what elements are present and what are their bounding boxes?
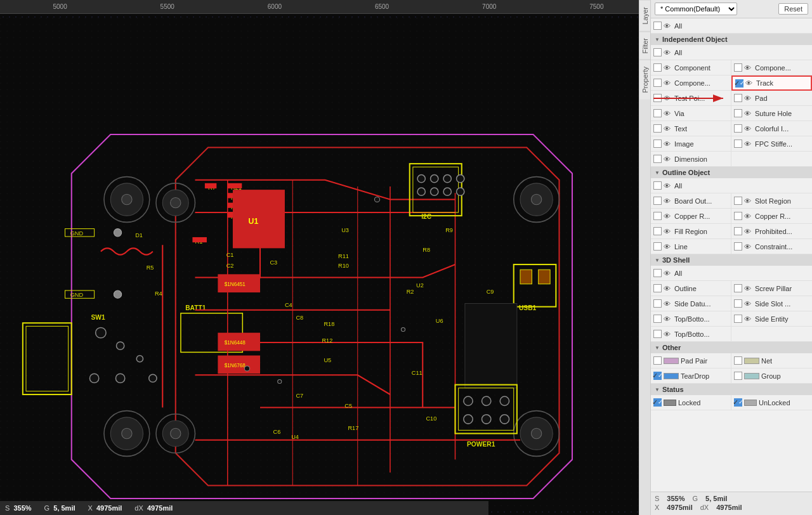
tab-layer[interactable]: Layer [639,0,650,31]
eye-constraint[interactable]: 👁 [744,243,753,251]
eye-copperr-l[interactable]: 👁 [664,212,672,220]
cb-prohibited[interactable] [734,227,742,235]
cb-boardout[interactable] [653,197,662,205]
cb-component-r[interactable] [734,63,742,72]
cb-constraint[interactable] [734,242,742,251]
eye-track[interactable]: 👁 [745,79,754,87]
cb-dimension[interactable] [653,155,662,163]
eye-slotreg[interactable]: 👁 [744,197,753,205]
cb-sideslot[interactable] [734,299,742,308]
cb-group[interactable] [734,372,742,380]
cb-line[interactable] [653,242,662,251]
cb-shell-all[interactable] [653,269,662,277]
pcb-canvas-area[interactable]: 5000 5500 6000 6500 7000 7500 [0,0,650,515]
label-track: Track [756,79,773,87]
eye-copperr-r[interactable]: 👁 [744,212,753,220]
cb-colorful[interactable] [734,124,742,133]
tab-property[interactable]: Property [639,60,650,100]
eye-boardout[interactable]: 👁 [664,197,672,205]
cb-text[interactable] [653,124,662,133]
eye-top-all[interactable]: 👁 [664,22,672,30]
cb-sideentity[interactable] [734,315,742,323]
label-component-r: Compone... [755,64,791,72]
cb-track[interactable]: ✓ [735,79,743,88]
section-status[interactable]: Status [651,384,812,395]
cb-fpc[interactable] [734,140,742,148]
section-other[interactable]: Other [651,342,812,353]
status-g: G 5, 5mil [44,504,75,512]
pcb-canvas[interactable]: GND GND SW1 R5 BATT1 [0,14,650,515]
svg-text:$1N6768: $1N6768 [225,363,246,368]
section-3dshell[interactable]: 3D Shell [651,254,812,266]
eye-dimension[interactable]: 👁 [664,155,672,163]
eye-component-l[interactable]: 👁 [664,64,672,72]
eye-colorful[interactable]: 👁 [744,125,753,133]
eye-component-r[interactable]: 👁 [744,64,753,72]
eye-pad[interactable]: 👁 [744,95,753,102]
eye-outline-all[interactable]: 👁 [664,182,672,190]
cb-pad[interactable] [734,94,742,102]
eye-image[interactable]: 👁 [664,140,672,148]
eye-sidedatum[interactable]: 👁 [664,300,672,308]
svg-text:C8: C8 [296,315,303,321]
cb-topbottom2[interactable] [653,330,662,338]
cb-teardrop[interactable]: ✓ [653,372,662,380]
eye-compone-l2[interactable]: 👁 [664,79,672,87]
eye-testpoint[interactable]: 👁 [664,95,672,102]
eye-topbottom2[interactable]: 👁 [664,330,672,338]
grid-item-sidedatum: 👁 Side Datu... [651,296,731,311]
preset-select[interactable]: * Common(Default) [655,3,737,15]
cb-testpoint[interactable] [653,94,662,102]
section-outline[interactable]: Outline Object [651,167,812,178]
cb-compone-l2[interactable] [653,79,662,87]
eye-fillreg[interactable]: 👁 [664,228,672,235]
eye-suture[interactable]: 👁 [744,110,753,117]
cb-topbottom1[interactable] [653,315,662,323]
cb-locked[interactable]: ✓ [653,398,662,407]
eye-via[interactable]: 👁 [664,110,672,117]
grid-item-testpoint: 👁 Test Poi... [651,91,731,106]
cb-net[interactable] [734,356,742,365]
eye-prohibited[interactable]: 👁 [744,228,753,235]
svg-point-98 [500,396,509,405]
eye-independent-all[interactable]: 👁 [664,49,672,56]
shell-grid: 👁 Outline 👁 Screw Pillar 👁 Side Datu... … [651,281,812,342]
tab-filter[interactable]: Filter [639,31,650,60]
eye-screwpillar[interactable]: 👁 [744,285,753,292]
cb-copperr-r[interactable] [734,212,742,220]
section-independent[interactable]: Independent Object [651,34,812,45]
eye-fpc[interactable]: 👁 [744,140,753,148]
cb-padpair[interactable] [653,356,662,365]
panel-scroll[interactable]: 👁 All Independent Object 👁 All 👁 Compone… [651,18,812,492]
cb-copperr-l[interactable] [653,212,662,220]
cb-slotreg[interactable] [734,197,742,205]
svg-point-84 [431,188,438,195]
cb-top-all[interactable] [653,22,662,30]
cb-component-l[interactable] [653,63,662,72]
eye-line[interactable]: 👁 [664,243,672,251]
label-compone-l2: Compone... [674,79,710,87]
cb-fillreg[interactable] [653,227,662,235]
other-grid: Pad Pair Net ✓ TearDrop Group [651,353,812,384]
eye-topbottom1[interactable]: 👁 [664,315,672,323]
eye-text[interactable]: 👁 [664,125,672,133]
cb-independent-all[interactable] [653,48,662,56]
reset-button[interactable]: Reset [778,3,808,15]
eye-sideentity[interactable]: 👁 [744,315,753,323]
cb-image[interactable] [653,140,662,148]
cb-suture[interactable] [734,109,742,117]
svg-point-108 [136,356,143,362]
cb-screwpillar[interactable] [734,284,742,292]
cb-sidedatum[interactable] [653,299,662,308]
cb-via[interactable] [653,109,662,117]
side-tabs: Layer Filter Property [639,0,650,515]
swatch-teardrop [664,373,679,379]
cb-unlocked[interactable]: ✓ [734,398,742,407]
eye-shell-all[interactable]: 👁 [664,270,672,277]
cb-outline-all[interactable] [653,181,662,190]
svg-rect-90 [520,270,532,284]
eye-sideslot[interactable]: 👁 [744,300,753,308]
cb-outline3d[interactable] [653,284,662,292]
eye-outline3d[interactable]: 👁 [664,285,672,292]
label-component-l: Component [674,64,710,72]
